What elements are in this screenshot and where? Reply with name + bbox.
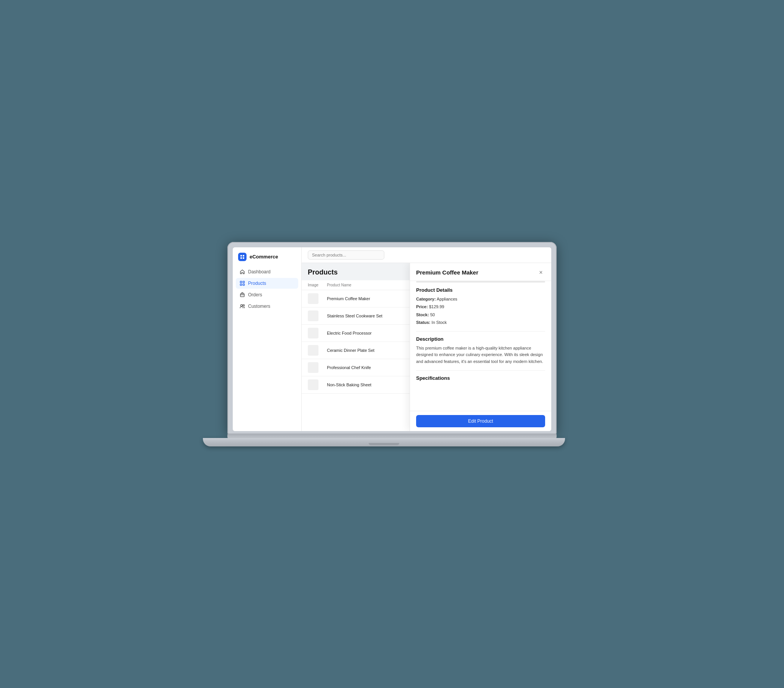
status-value: In Stock <box>432 320 447 325</box>
svg-rect-5 <box>243 281 245 282</box>
product-image <box>308 293 318 304</box>
svg-point-9 <box>241 304 243 306</box>
detail-price: Price: $129.99 <box>416 304 545 310</box>
laptop-screen: eCommerce Dashboard <box>233 247 551 431</box>
laptop-wrapper: eCommerce Dashboard <box>227 242 557 446</box>
product-image <box>308 345 318 356</box>
detail-footer: Edit Product <box>410 411 551 431</box>
sidebar-item-orders[interactable]: Orders <box>236 289 298 300</box>
product-details-heading: Product Details <box>416 287 545 293</box>
sidebar-item-orders-label: Orders <box>248 292 262 297</box>
box-icon <box>240 292 245 297</box>
edit-product-button[interactable]: Edit Product <box>416 415 545 427</box>
description-heading: Description <box>416 336 545 342</box>
top-bar <box>301 247 551 263</box>
detail-panel: Premium Coffee Maker × Product Details C… <box>410 263 551 431</box>
section-divider-2 <box>416 370 545 371</box>
detail-stock: Stock: 50 <box>416 312 545 318</box>
product-image <box>308 310 318 321</box>
price-value: $129.99 <box>429 304 445 309</box>
detail-category: Category: Appliances <box>416 296 545 302</box>
sidebar-item-customers[interactable]: Customers <box>236 301 298 312</box>
product-image <box>308 362 318 373</box>
status-label: Status: <box>416 320 430 325</box>
sidebar-brand: eCommerce <box>233 253 301 266</box>
sidebar-nav: Dashboard <box>233 266 301 312</box>
svg-rect-7 <box>243 284 245 285</box>
detail-title: Premium Coffee Maker <box>416 269 479 276</box>
svg-rect-6 <box>240 284 242 285</box>
stock-label: Stock: <box>416 312 429 317</box>
home-icon <box>240 269 245 274</box>
brand-name: eCommerce <box>250 254 278 259</box>
svg-rect-0 <box>240 255 242 257</box>
detail-section-product-details: Product Details Category: Appliances Pri… <box>416 287 545 326</box>
col-header-image: Image <box>308 283 327 287</box>
app-container: eCommerce Dashboard <box>233 247 551 431</box>
laptop-base <box>203 438 565 446</box>
detail-header: Premium Coffee Maker × <box>410 263 551 281</box>
svg-rect-2 <box>240 257 242 259</box>
close-button[interactable]: × <box>537 268 545 277</box>
detail-progress-bar <box>416 281 545 282</box>
brand-logo-icon <box>240 255 245 259</box>
sidebar-item-dashboard-label: Dashboard <box>248 269 271 274</box>
users-icon <box>240 304 245 309</box>
svg-rect-3 <box>243 257 244 259</box>
detail-body: Product Details Category: Appliances Pri… <box>410 287 551 411</box>
section-divider <box>416 331 545 332</box>
svg-rect-8 <box>240 294 244 297</box>
detail-section-specifications: Specifications <box>416 375 545 381</box>
laptop-bezel: eCommerce Dashboard <box>227 242 557 434</box>
sidebar-item-dashboard[interactable]: Dashboard <box>236 266 298 277</box>
detail-section-description: Description This premium coffee maker is… <box>416 336 545 365</box>
sidebar-item-products-label: Products <box>248 280 266 286</box>
category-label: Category: <box>416 297 436 301</box>
sidebar: eCommerce Dashboard <box>233 247 301 431</box>
stock-value: 50 <box>430 312 435 317</box>
main-content: Products Image Product Name Price Stock <box>301 247 551 431</box>
price-label: Price: <box>416 304 428 309</box>
laptop-hinge <box>227 434 557 438</box>
search-input[interactable] <box>308 251 384 259</box>
product-image <box>308 328 318 338</box>
svg-rect-1 <box>243 255 244 257</box>
description-text: This premium coffee maker is a high-qual… <box>416 345 545 365</box>
grid-icon <box>240 280 245 286</box>
content-area: Products Image Product Name Price Stock <box>301 263 551 431</box>
laptop-trackpad-notch <box>369 443 399 445</box>
detail-status: Status: In Stock <box>416 319 545 326</box>
svg-rect-4 <box>240 281 242 282</box>
sidebar-item-customers-label: Customers <box>248 304 270 309</box>
product-image <box>308 379 318 390</box>
specifications-heading: Specifications <box>416 375 545 381</box>
svg-point-10 <box>243 304 245 306</box>
sidebar-item-products[interactable]: Products <box>236 278 298 289</box>
brand-icon <box>238 253 247 261</box>
category-value: Appliances <box>437 297 458 301</box>
